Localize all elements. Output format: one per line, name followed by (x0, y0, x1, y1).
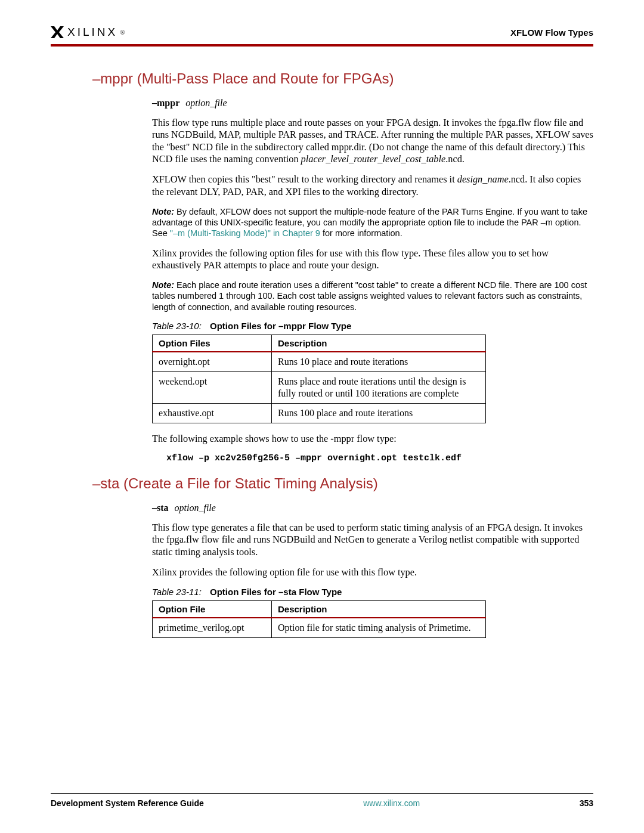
cell-desc: Runs 100 place and route iterations (272, 403, 486, 423)
cell-desc: Runs 10 place and route iterations (272, 352, 486, 372)
syntax-arg: option_file (175, 503, 216, 513)
text: The following example shows how to use t… (152, 433, 330, 444)
note-link[interactable]: "–m (Multi-Tasking Mode)" in Chapter 9 (170, 228, 320, 238)
text-italic: design_name (457, 174, 509, 185)
content-mppr: –mppr option_file This flow type runs mu… (92, 98, 593, 463)
text-italic: placer_level_router_level_cost_table (301, 153, 446, 165)
table-number: Table 23-10: (152, 321, 202, 331)
note-label: Note: (152, 280, 174, 290)
cell-desc: Option file for static timing analysis o… (272, 618, 486, 638)
sta-para2: Xilinx provides the following option fil… (152, 566, 593, 578)
syntax-mppr: –mppr option_file (152, 98, 593, 109)
th-description: Description (272, 335, 486, 352)
mppr-para1: This flow type runs multiple place and r… (152, 117, 593, 165)
cell-file: exhaustive.opt (153, 403, 272, 423)
th-option-files: Option Files (153, 335, 272, 352)
cell-file: primetime_verilog.opt (153, 618, 272, 638)
page-header: XILINX ® XFLOW Flow Types (51, 24, 593, 41)
section-sta: –sta (Create a File for Static Timing An… (51, 475, 593, 638)
table-number: Table 23-11: (152, 587, 202, 597)
syntax-sta: –sta option_file (152, 503, 593, 513)
sta-para1: This flow type generates a file that can… (152, 522, 593, 558)
table-row: exhaustive.opt Runs 100 place and route … (153, 403, 486, 423)
registered-icon: ® (120, 29, 125, 36)
table-caption-sta: Table 23-11: Option Files for –sta Flow … (152, 587, 593, 597)
heading-sta: –sta (Create a File for Static Timing An… (92, 475, 593, 492)
syntax-flag: –sta (152, 503, 169, 513)
page-footer: Development System Reference Guide www.x… (51, 793, 593, 808)
table-row: primetime_verilog.opt Option file for st… (153, 618, 486, 638)
cell-file: overnight.opt (153, 352, 272, 372)
footer-rule (51, 793, 593, 794)
content-sta: –sta option_file This flow type generate… (92, 503, 593, 638)
logo-text: XILINX (67, 26, 117, 39)
footer-doc-title: Development System Reference Guide (51, 798, 204, 808)
mppr-para2: XFLOW then copies this "best" result to … (152, 174, 593, 198)
mppr-note2: Note: Each place and route iteration use… (152, 280, 593, 312)
table-header-row: Option Files Description (153, 335, 486, 352)
mppr-para4: The following example shows how to use t… (152, 433, 593, 445)
table-row: weekend.opt Runs place and route iterati… (153, 371, 486, 403)
section-mppr: –mppr (Multi-Pass Place and Route for FP… (51, 70, 593, 463)
logo-mark-icon (51, 26, 64, 38)
note-text: Each place and route iteration uses a di… (152, 280, 587, 311)
mppr-para3: Xilinx provides the following option fil… (152, 247, 593, 272)
text: .ncd. (445, 153, 465, 165)
table-title: Option Files for –sta Flow Type (210, 587, 342, 597)
th-description: Description (272, 601, 486, 618)
cell-desc: Runs place and route iterations until th… (272, 371, 486, 403)
syntax-flag: –mppr (152, 98, 179, 108)
footer-row: Development System Reference Guide www.x… (51, 798, 593, 808)
footer-link[interactable]: www.xilinx.com (363, 798, 420, 808)
table-row: overnight.opt Runs 10 place and route it… (153, 352, 486, 372)
syntax-arg: option_file (185, 98, 227, 108)
cell-file: weekend.opt (153, 371, 272, 403)
page: XILINX ® XFLOW Flow Types –mppr (Multi-P… (0, 0, 644, 833)
code-example-mppr: xflow –p xc2v250fg256-5 –mppr overnight.… (166, 453, 593, 463)
note-label: Note: (152, 207, 174, 216)
th-option-file: Option File (153, 601, 272, 618)
header-section-title: XFLOW Flow Types (510, 27, 593, 38)
table-title: Option Files for –mppr Flow Type (210, 321, 351, 331)
header-rule (51, 44, 593, 47)
table-caption-mppr: Table 23-10: Option Files for –mppr Flow… (152, 321, 593, 331)
note-text: for more information. (320, 228, 402, 238)
table-header-row: Option File Description (153, 601, 486, 618)
heading-mppr: –mppr (Multi-Pass Place and Route for FP… (92, 70, 593, 87)
text: mppr flow type: (334, 433, 397, 444)
xilinx-logo: XILINX ® (51, 26, 125, 39)
mppr-note1: Note: By default, XFLOW does not support… (152, 206, 593, 239)
table-mppr-options: Option Files Description overnight.opt R… (152, 335, 486, 423)
text: XFLOW then copies this "best" result to … (152, 174, 457, 185)
table-sta-options: Option File Description primetime_verilo… (152, 600, 486, 638)
footer-page-number: 353 (580, 798, 593, 808)
